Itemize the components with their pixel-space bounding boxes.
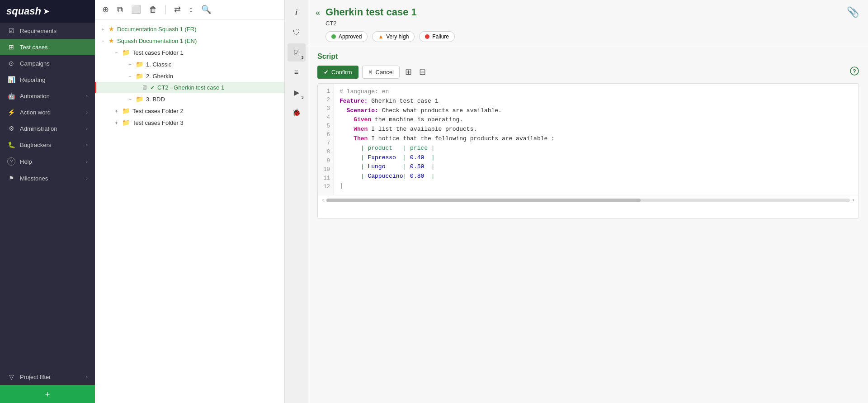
folder-2-icon: 📁 [122,107,130,114]
folder-3-label: Test cases Folder 3 [132,119,184,126]
project-2-item[interactable]: － ★ Squash Documentation 1 (EN) [95,35,284,47]
script-section: Script ✔ Confirm ✕ Cancel ⊞ ⊟ [308,46,868,403]
sidebar-label-requirements: Requirements [20,28,88,34]
detail-panel: « Gherkin test case 1 CT2 Approved ▲ Ver… [308,0,868,403]
collapse-button[interactable]: « [316,8,320,18]
tab-coverage[interactable]: 🛡 [288,24,306,42]
toolbar-sep [165,5,166,14]
tab-info[interactable]: i [288,4,306,22]
result-label: Failure [432,33,449,40]
folder-3[interactable]: ＋ 📁 Test cases Folder 3 [95,117,284,128]
delete-icon[interactable]: 🗑 [147,4,159,15]
gherkin-toggle[interactable]: － [127,73,133,80]
attachment-button[interactable]: 📎 [847,6,859,18]
folder-1-label: Test cases Folder 1 [132,49,184,56]
add-project-btn[interactable]: ＋ [0,385,95,403]
result-badge[interactable]: Failure [419,31,455,42]
sidebar-item-bugtrackers[interactable]: 🐛 Bugtrackers › [0,137,95,153]
transfer-icon[interactable]: ⇄ [172,4,183,15]
projectfilter-chevron: › [86,374,88,379]
line-num-8: 8 [321,148,330,156]
sort-icon[interactable]: ↕ [187,4,195,15]
bugtrackers-icon: 🐛 [7,141,15,148]
folder-3-toggle[interactable]: ＋ [113,119,119,126]
sidebar-item-projectfilter[interactable]: ▽ Project filter › [0,369,95,385]
tab-sidebar: i 🛡 ☑ 3 ≡ ▶ 3 🐞 [285,0,308,403]
scroll-right[interactable]: › [852,197,855,204]
app-name: squash [6,5,41,17]
scrollbar[interactable]: ‹ › [318,195,859,205]
tab-steps[interactable]: ☑ 3 [288,43,306,62]
section-title: Script [317,52,859,61]
sidebar-item-milestones[interactable]: ⚑ Milestones › [0,170,95,186]
folder-2-toggle[interactable]: ＋ [113,108,119,114]
sidebar-item-automation[interactable]: 🤖 Automation › [0,88,95,104]
bdd-toggle[interactable]: ＋ [127,96,133,103]
sidebar-item-help[interactable]: ? Help › [0,153,95,170]
script-toolbar: ✔ Confirm ✕ Cancel ⊞ ⊟ ? [317,65,859,79]
coverage-icon: 🛡 [293,28,300,37]
bdd-folder[interactable]: ＋ 📁 3. BDD [95,93,284,105]
steps-icon: ☑ [293,48,300,57]
tab-issues[interactable]: 🐞 [288,103,306,121]
status-badge[interactable]: Approved [326,31,368,42]
paste-icon[interactable]: ⬜ [129,4,143,15]
scroll-thumb [326,199,641,202]
classic-label: 1. Classic [146,61,171,68]
sidebar-item-campaigns[interactable]: ⊙ Campaigns [0,55,95,71]
folder-3-icon: 📁 [122,119,130,126]
cancel-x-icon: ✕ [368,69,373,76]
ct2-monitor-icon: 🖥 [142,84,147,91]
administration-icon: ⚙ [7,125,15,132]
help-chevron: › [86,159,88,164]
project-1-toggle[interactable]: ＋ [99,26,106,33]
code-content: 1 2 3 4 5 6 7 8 9 10 11 12 [318,84,859,195]
svg-text:?: ? [853,68,856,75]
table2-icon[interactable]: ⊟ [417,65,428,79]
confirm-button[interactable]: ✔ Confirm [317,66,359,79]
folder-2[interactable]: ＋ 📁 Test cases Folder 2 [95,105,284,117]
add-icon[interactable]: ⊕ [100,4,111,15]
priority-badge[interactable]: ▲ Very high [372,31,415,42]
folder-1[interactable]: － 📁 Test cases Folder 1 [95,47,284,58]
sidebar-item-requirements[interactable]: ☑ Requirements [0,23,95,39]
milestones-chevron: › [86,175,88,181]
folder-1-icon: 📁 [122,49,130,56]
project-2-toggle[interactable]: － [99,38,106,44]
help-button[interactable]: ? [850,66,859,78]
ct2-check-icon: ✔ [150,85,155,91]
main-area: ⊕ ⧉ ⬜ 🗑 ⇄ ↕ 🔍 ＋ ★ Documentation Squash 1… [95,0,868,403]
tab-executions[interactable]: ▶ 3 [288,83,306,101]
milestones-icon: ⚑ [7,175,15,182]
classic-toggle[interactable]: ＋ [127,61,133,68]
sidebar-item-actionword[interactable]: ⚡ Action word › [0,104,95,120]
scroll-left[interactable]: ‹ [321,197,325,204]
line-num-10: 10 [321,166,330,174]
gherkin-folder[interactable]: － 📁 2. Gherkin [95,70,284,82]
steps-badge: 3 [301,55,303,60]
code-line-1: # language: en [340,87,853,97]
sidebar-item-testcases[interactable]: ⊞ Test cases [0,39,95,55]
project-1-item[interactable]: ＋ ★ Documentation Squash 1 (FR) [95,23,284,35]
cancel-label: Cancel [376,69,394,76]
table-icon[interactable]: ⊞ [403,65,414,79]
copy-icon[interactable]: ⧉ [115,4,125,15]
code-editor[interactable]: 1 2 3 4 5 6 7 8 9 10 11 12 [317,83,859,219]
scroll-track[interactable] [326,199,850,202]
case-title: Gherkin test case 1 [326,6,841,18]
classic-folder[interactable]: ＋ 📁 1. Classic [95,58,284,70]
ct2-file[interactable]: 🖥 ✔ CT2 - Gherkin test case 1 [95,82,284,93]
tab-params[interactable]: ≡ [288,63,306,81]
code-line-10: | Cappuccino| 0.80 | [340,172,853,181]
code-line-11[interactable] [340,181,853,191]
gherkin-label: 2. Gherkin [146,73,173,80]
line-numbers: 1 2 3 4 5 6 7 8 9 10 11 12 [318,84,334,195]
sidebar-item-administration[interactable]: ⚙ Administration › [0,120,95,137]
priority-label: Very high [386,33,409,40]
search-icon[interactable]: 🔍 [199,4,213,15]
cancel-button[interactable]: ✕ Cancel [362,66,400,79]
code-lines[interactable]: # language: en Feature: Gherkin test cas… [334,84,859,195]
automation-icon: 🤖 [7,92,15,100]
folder-1-toggle[interactable]: － [113,49,119,56]
sidebar-item-reporting[interactable]: 📊 Reporting [0,71,95,88]
